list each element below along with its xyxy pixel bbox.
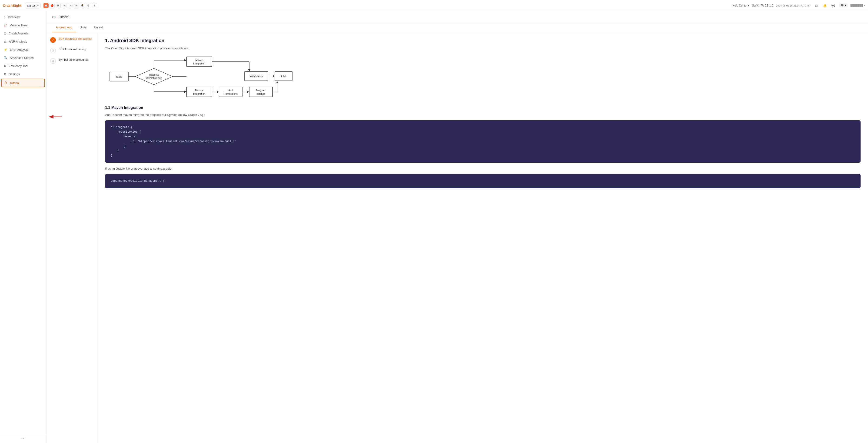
tab-unity[interactable]: Unity (76, 23, 90, 32)
platform-nintendo[interactable]: ⊕ (74, 3, 79, 8)
sidebar-nav: ○ Overview 📈 Version Trend ⊡ Crash Analy… (0, 11, 46, 434)
svg-text:Permissions: Permissions (224, 92, 238, 95)
platform-android[interactable]: 🤖 (43, 3, 49, 8)
sub-desc-maven: Add Tencent maven mirror to the project'… (105, 113, 861, 118)
svg-text:settings: settings (256, 92, 265, 95)
sidebar-footer: << (0, 434, 46, 443)
sub-title-maven: 1.1 Maven Integration (105, 106, 861, 110)
platform-windows[interactable]: ⊞ (56, 3, 61, 8)
language-button[interactable]: EN ▾ (839, 3, 847, 7)
anr-icon: ⚠ (4, 40, 6, 43)
tabs-row: Android App Unity Unreal (46, 23, 868, 32)
app-logo: CrashSight (3, 3, 21, 7)
content-area: 📖 Tutorial Android App Unity Unreal ✓ SD… (46, 11, 868, 443)
top-header: CrashSight 🤖 test ▾ 🤖 🍎 ⊞ PS ✕ ⊕ 🐧 ◎ + H… (0, 0, 868, 11)
svg-marker-4 (135, 68, 173, 85)
flow-diagram: start choose a integrating way Maven (105, 56, 861, 98)
step-1[interactable]: ✓ SDK download and access (50, 37, 94, 43)
code-text-2: dependencyResolutionManagement { (111, 179, 164, 183)
sidebar-item-anr-analysis[interactable]: ⚠ ANR Analysis (0, 37, 46, 46)
sub-section-maven: 1.1 Maven Integration Add Tencent maven … (105, 106, 861, 188)
code-block-2: dependencyResolutionManagement { (105, 174, 861, 188)
sidebar-item-settings[interactable]: ⚙ Settings (0, 70, 46, 78)
step-2-label: SDK functional testing (59, 48, 86, 52)
sidebar-item-tutorial[interactable]: ⏱ Tutorial (1, 79, 45, 87)
svg-rect-17 (186, 87, 212, 97)
sidebar-item-version-trend[interactable]: 📈 Version Trend (0, 21, 46, 29)
switch-cs-button[interactable]: Switch To CS 1.0 (752, 4, 773, 7)
layers-icon[interactable]: ⊟ (813, 2, 819, 9)
step-2[interactable]: 2 SDK functional testing (50, 48, 94, 53)
step-3-label: Symbol table upload tool (59, 58, 89, 62)
tutorial-icon: ⏱ (4, 81, 7, 85)
page-header: 📖 Tutorial (46, 11, 868, 23)
step-1-circle: ✓ (50, 37, 56, 43)
svg-text:choose a: choose a (149, 73, 159, 76)
trend-icon: 📈 (4, 24, 7, 27)
tutorial-main-content: 1. Android SDK Integration The CrashSigh… (98, 32, 868, 443)
code-block-1: allprojects { repositories { maven { url… (105, 120, 861, 163)
sidebar-item-error-analysis[interactable]: ⚡ Error Analysis (0, 46, 46, 54)
svg-rect-9 (186, 57, 212, 66)
page-header-icon: 📖 (52, 15, 56, 19)
project-name: test (32, 4, 36, 7)
platform-ps[interactable]: PS (62, 3, 67, 8)
sidebar-item-efficiency-tool[interactable]: ⚙ Efficiency Tool (0, 62, 46, 70)
step-3[interactable]: 3 Symbol table upload tool (50, 58, 94, 64)
chevron-down-icon: ▾ (748, 4, 749, 7)
sidebar: ○ Overview 📈 Version Trend ⊡ Crash Analy… (0, 11, 46, 443)
notification-icon[interactable]: 🔔 (822, 2, 828, 9)
steps-sidebar: ✓ SDK download and access 2 SDK function… (46, 32, 98, 443)
help-center-button[interactable]: Help Center ▾ (733, 4, 749, 7)
page-title: Tutorial (58, 15, 69, 19)
platform-other[interactable]: ◎ (86, 3, 91, 8)
error-icon: ⚡ (4, 48, 7, 52)
crash-icon: ⊡ (4, 32, 6, 35)
overview-icon: ○ (4, 16, 6, 19)
main-layout: ○ Overview 📈 Version Trend ⊡ Crash Analy… (0, 11, 868, 443)
datetime-display: 2024-08-02 15:21:14 (UTC+8) (776, 4, 810, 7)
svg-rect-21 (219, 87, 242, 97)
add-platform-button[interactable]: + (92, 3, 97, 8)
tab-unreal[interactable]: Unreal (90, 23, 106, 32)
header-icons: ⊟ 🔔 💬 (813, 2, 836, 9)
svg-text:Initialization: Initialization (249, 75, 263, 78)
sidebar-item-advanced-search[interactable]: 🔍 Advanced Search (0, 54, 46, 62)
sub-desc-maven-2: If using Gradle 7.0 or above, add to set… (105, 166, 861, 171)
svg-text:Add: Add (228, 89, 233, 92)
tutorial-layout: ✓ SDK download and access 2 SDK function… (46, 32, 868, 443)
code-text-1: allprojects { repositories { maven { url… (111, 126, 236, 157)
platform-xbox[interactable]: ✕ (68, 3, 73, 8)
user-avatar[interactable]: ███████ ▾ (850, 4, 865, 7)
svg-text:integrating way: integrating way (146, 77, 162, 79)
svg-text:Integration: Integration (193, 92, 205, 95)
settings-icon: ⚙ (4, 72, 6, 76)
project-selector[interactable]: 🤖 test ▾ (25, 3, 41, 8)
sidebar-item-crash-analysis[interactable]: ⊡ Crash Analysis (0, 29, 46, 37)
step-2-circle: 2 (50, 48, 56, 53)
platform-apple[interactable]: 🍎 (50, 3, 55, 8)
step-1-label: SDK download and access (59, 37, 92, 41)
tool-icon: ⚙ (4, 64, 6, 68)
flow-diagram-svg: start choose a integrating way Maven (105, 56, 296, 97)
step-3-circle: 3 (50, 58, 56, 64)
platform-linux[interactable]: 🐧 (80, 3, 85, 8)
svg-text:Manual: Manual (195, 89, 204, 92)
header-right: Help Center ▾ Switch To CS 1.0 2024-08-0… (733, 2, 865, 9)
collapse-sidebar-button[interactable]: << (4, 437, 42, 440)
sidebar-item-overview[interactable]: ○ Overview (0, 13, 46, 21)
search-icon: 🔍 (4, 56, 7, 60)
section1-title: 1. Android SDK Integration (105, 38, 861, 43)
svg-text:Proguard: Proguard (255, 89, 266, 92)
svg-text:start: start (116, 75, 122, 79)
platform-icons: 🤖 🍎 ⊞ PS ✕ ⊕ 🐧 ◎ + (43, 3, 97, 8)
svg-rect-25 (249, 87, 273, 97)
svg-text:Integration: Integration (193, 62, 205, 65)
tab-android-app[interactable]: Android App (52, 23, 76, 32)
svg-text:Maven: Maven (195, 59, 203, 61)
svg-text:finish: finish (280, 75, 286, 78)
chat-icon[interactable]: 💬 (830, 2, 836, 9)
section1-desc: The CrashSight Android SDK integration p… (105, 46, 861, 51)
chevron-down-icon: ▾ (37, 4, 39, 7)
